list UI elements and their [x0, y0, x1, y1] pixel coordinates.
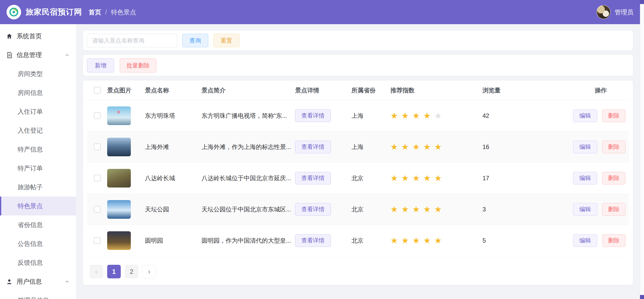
star-filled-icon: ★	[390, 236, 398, 245]
prev-page-button[interactable]: ‹	[90, 265, 103, 278]
delete-button[interactable]: 删除	[602, 203, 625, 216]
row-checkbox[interactable]	[94, 112, 101, 119]
page-1-button[interactable]: 1	[107, 265, 121, 278]
star-filled-icon: ★	[434, 236, 442, 245]
sidebar-item-feedback-info[interactable]: 反馈信息	[0, 253, 76, 272]
row-checkbox[interactable]	[94, 206, 101, 213]
view-detail-button[interactable]: 查看详情	[295, 141, 331, 153]
scrollbar-thumb-top[interactable]	[640, 0, 644, 4]
delete-button[interactable]: 删除	[602, 172, 625, 184]
sidebar-item-travel-posts[interactable]: 旅游帖子	[0, 178, 76, 197]
scenic-spot-image	[107, 106, 131, 125]
scenic-spot-summary: 八达岭长城位于中国北京市延庆...	[202, 174, 295, 182]
table-row: 圆明园 圆明园，作为中国清代的大型皇... 查看详情 北京 ★★★★★ 5 编辑…	[87, 225, 629, 256]
sidebar-item-checkin-register[interactable]: 入住登记	[0, 121, 76, 140]
reset-button[interactable]: 重置	[213, 34, 239, 47]
column-header-province: 所属省份	[351, 86, 390, 94]
sidebar-item-notice-info[interactable]: 公告信息	[0, 234, 76, 253]
search-input[interactable]	[87, 34, 177, 47]
add-button[interactable]: 新增	[87, 58, 114, 72]
batch-delete-button[interactable]: 批量删除	[120, 58, 156, 72]
sidebar-item-checkin-orders[interactable]: 入住订单	[0, 102, 76, 121]
select-all-checkbox[interactable]	[94, 87, 101, 94]
edit-button[interactable]: 编辑	[573, 203, 597, 216]
scenic-spot-image	[107, 231, 131, 250]
scenic-spot-image	[107, 138, 131, 156]
edit-button[interactable]: 编辑	[573, 234, 597, 247]
sidebar-item-label: 反馈信息	[18, 258, 43, 267]
view-count: 16	[482, 143, 528, 151]
star-filled-icon: ★	[434, 205, 442, 213]
breadcrumb-current: 特色景点	[111, 8, 136, 16]
view-detail-button[interactable]: 查看详情	[295, 234, 331, 247]
scrollbar[interactable]	[640, 0, 644, 299]
next-page-button[interactable]: ›	[142, 265, 156, 278]
scenic-spot-summary: 天坛公园位于中国北京市东城区...	[202, 205, 295, 213]
view-count: 17	[482, 175, 528, 182]
scenic-spot-name: 天坛公园	[145, 205, 202, 213]
view-detail-button[interactable]: 查看详情	[295, 109, 331, 122]
star-filled-icon: ★	[390, 205, 398, 213]
column-header-actions: 操作	[528, 86, 629, 94]
sidebar-item-label: 管理员信息	[18, 296, 49, 299]
brand-logo-icon	[7, 5, 21, 19]
star-filled-icon: ★	[423, 205, 431, 213]
star-filled-icon: ★	[423, 111, 431, 120]
scrollbar-thumb-bottom[interactable]	[640, 295, 644, 299]
rating-stars: ★★★★★	[390, 143, 482, 151]
pagination: ‹ 1 2 ›	[87, 265, 629, 278]
breadcrumb-home-link[interactable]: 首页	[89, 8, 101, 16]
sidebar-item-specialty-info[interactable]: 特产信息	[0, 140, 76, 159]
row-checkbox[interactable]	[94, 237, 101, 244]
view-detail-button[interactable]: 查看详情	[295, 172, 331, 184]
sidebar-item-label: 房间类型	[18, 70, 43, 78]
edit-button[interactable]: 编辑	[573, 109, 597, 122]
delete-button[interactable]: 删除	[602, 141, 625, 153]
view-detail-button[interactable]: 查看详情	[295, 203, 331, 216]
sidebar-item-label: 入住订单	[18, 107, 43, 116]
sidebar-item-label: 公告信息	[18, 240, 43, 248]
sidebar-item-label: 特色景点	[18, 202, 43, 210]
user-name: 管理员	[615, 8, 633, 16]
sidebar-group-info-management[interactable]: 信息管理	[0, 46, 76, 64]
edit-button[interactable]: 编辑	[573, 172, 597, 184]
scenic-spot-summary: 上海外滩，作为上海的标志性景...	[202, 143, 295, 151]
edit-button[interactable]: 编辑	[573, 141, 597, 153]
query-button[interactable]: 查询	[182, 34, 208, 47]
top-header: 旅家民宿预订网 首页 / 特色景点 管理员	[0, 0, 644, 24]
star-filled-icon: ★	[412, 174, 420, 182]
sidebar-item-room-info[interactable]: 房间信息	[0, 83, 76, 102]
sidebar: 系统首页 信息管理 房间类型 房间信息 入住订单 入住登记 特产信息 特产订单 …	[0, 24, 76, 299]
avatar[interactable]	[596, 5, 611, 19]
sidebar-item-featured-spots[interactable]: 特色景点	[0, 197, 76, 215]
star-filled-icon: ★	[401, 174, 409, 182]
star-filled-icon: ★	[423, 236, 431, 245]
sidebar-item-province-info[interactable]: 省份信息	[0, 215, 76, 234]
table-header-row: 景点图片 景点名称 景点简介 景点详情 所属省份 推荐指数 浏览量 操作	[87, 81, 629, 100]
sidebar-item-admin-info[interactable]: 管理员信息	[0, 291, 76, 299]
star-filled-icon: ★	[412, 111, 420, 120]
star-filled-icon: ★	[401, 205, 409, 213]
scenic-spot-image	[107, 169, 131, 188]
sidebar-item-room-type[interactable]: 房间类型	[0, 64, 76, 83]
view-count: 42	[482, 112, 528, 119]
scenic-spot-image	[107, 200, 131, 219]
sidebar-item-system-home[interactable]: 系统首页	[0, 27, 76, 46]
breadcrumb-separator: /	[105, 9, 107, 16]
star-filled-icon: ★	[390, 174, 398, 182]
sidebar-group-user-info[interactable]: 用户信息	[0, 272, 76, 291]
sidebar-item-label: 特产信息	[18, 145, 43, 154]
star-filled-icon: ★	[401, 111, 409, 120]
page-2-button[interactable]: 2	[125, 265, 138, 278]
delete-button[interactable]: 删除	[602, 234, 625, 247]
column-header-views: 浏览量	[482, 86, 528, 94]
sidebar-item-label: 系统首页	[17, 32, 42, 40]
row-checkbox[interactable]	[94, 143, 101, 150]
delete-button[interactable]: 删除	[602, 109, 625, 122]
chevron-up-icon	[64, 52, 70, 58]
sidebar-item-label: 房间信息	[18, 89, 43, 97]
user-icon	[6, 278, 13, 285]
row-checkbox[interactable]	[94, 175, 101, 181]
scenic-spot-province: 北京	[351, 237, 390, 245]
sidebar-item-specialty-orders[interactable]: 特产订单	[0, 159, 76, 178]
